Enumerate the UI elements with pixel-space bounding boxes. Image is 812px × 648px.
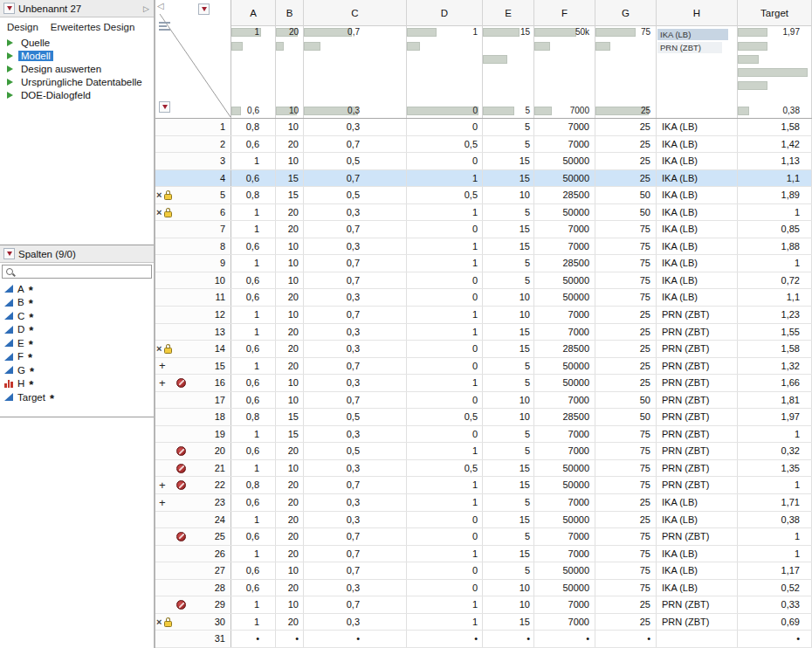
cell-c-row30[interactable]: 0,3: [304, 614, 407, 631]
cell-d-row28[interactable]: 0: [407, 580, 483, 596]
cell-e-row29[interactable]: 10: [483, 596, 534, 613]
table-row[interactable]: +160,6100,3155000025PRN (ZBT)1,66: [155, 375, 812, 392]
cell-c-row14[interactable]: 0,3: [304, 341, 407, 357]
cell-g-row15[interactable]: 25: [595, 358, 657, 375]
row-header[interactable]: ×14: [155, 341, 231, 357]
cell-e-row17[interactable]: 10: [483, 392, 534, 409]
column-histogram-d[interactable]: 10: [407, 26, 482, 118]
cell-target-row1[interactable]: 1,58: [738, 119, 812, 135]
cell-target-row24[interactable]: 0,38: [738, 512, 812, 528]
row-header[interactable]: 25: [155, 528, 231, 545]
columns-red-triangle-icon[interactable]: [3, 248, 15, 259]
cell-f-row5[interactable]: 28500: [534, 187, 595, 203]
cell-a-row14[interactable]: 0,6: [231, 341, 276, 357]
table-row[interactable]: 291100,7110700025PRN (ZBT)0,33: [155, 596, 812, 614]
cell-g-row5[interactable]: 50: [595, 187, 657, 203]
cell-f-row20[interactable]: 7000: [534, 443, 595, 459]
cell-c-row25[interactable]: 0,7: [304, 528, 407, 545]
cell-f-row24[interactable]: 50000: [534, 512, 595, 528]
table-row[interactable]: 241200,30155000025IKA (LB)0,38: [155, 512, 812, 529]
cell-b-row21[interactable]: 10: [276, 460, 304, 477]
column-header-b[interactable]: B: [276, 0, 303, 26]
cell-a-row6[interactable]: 1: [231, 204, 276, 221]
cell-c-row23[interactable]: 0,3: [304, 494, 407, 511]
cell-target-row21[interactable]: 1,35: [738, 460, 812, 477]
cell-c-row2[interactable]: 0,7: [304, 136, 407, 153]
cell-f-row19[interactable]: 7000: [534, 426, 595, 443]
column-header-a[interactable]: A: [231, 0, 275, 26]
column-histogram-g[interactable]: 7525: [595, 26, 656, 118]
table-row[interactable]: 31100,50155000025IKA (LB)1,13: [155, 153, 812, 170]
table-row[interactable]: 250,6200,705700075PRN (ZBT)1: [155, 528, 812, 546]
cell-f-row22[interactable]: 50000: [534, 477, 595, 493]
cell-c-row9[interactable]: 0,7: [304, 255, 407, 272]
cell-h-row20[interactable]: PRN (ZBT): [657, 443, 738, 459]
cell-b-row19[interactable]: 15: [276, 426, 304, 443]
cell-d-row31[interactable]: •: [407, 631, 483, 647]
cell-e-row23[interactable]: 5: [483, 494, 534, 511]
cell-target-row27[interactable]: 1,17: [738, 562, 812, 579]
cell-h-row31[interactable]: [657, 631, 738, 647]
cell-f-row12[interactable]: 7000: [534, 307, 595, 323]
cell-e-row15[interactable]: 5: [483, 358, 534, 375]
cell-c-row11[interactable]: 0,3: [304, 289, 407, 306]
cell-b-row23[interactable]: 20: [276, 494, 304, 511]
row-header[interactable]: 21: [155, 460, 231, 477]
cell-f-row2[interactable]: 7000: [534, 136, 595, 153]
row-header[interactable]: 13: [155, 324, 231, 341]
cell-d-row5[interactable]: 0,5: [407, 187, 483, 203]
column-header-c[interactable]: C: [304, 0, 406, 26]
cell-target-row16[interactable]: 1,66: [738, 375, 812, 391]
cell-g-row22[interactable]: 75: [595, 477, 657, 493]
row-header[interactable]: 10: [155, 272, 231, 289]
cell-f-row4[interactable]: 50000: [534, 170, 595, 187]
cell-target-row26[interactable]: 1: [738, 546, 812, 562]
cell-f-row31[interactable]: •: [534, 631, 595, 647]
cell-e-row14[interactable]: 15: [483, 341, 534, 357]
cell-h-row14[interactable]: PRN (ZBT): [657, 341, 738, 357]
table-row[interactable]: 200,6200,515700075PRN (ZBT)0,32: [155, 443, 812, 460]
cell-d-row1[interactable]: 0: [407, 119, 483, 135]
cell-h-row21[interactable]: PRN (ZBT): [657, 460, 738, 477]
cell-a-row17[interactable]: 0,6: [231, 392, 276, 409]
cell-f-row26[interactable]: 7000: [534, 546, 595, 562]
table-row[interactable]: 191150,305700075PRN (ZBT)1: [155, 426, 812, 444]
cell-g-row3[interactable]: 25: [595, 153, 657, 169]
row-header[interactable]: 26: [155, 546, 231, 562]
cell-c-row6[interactable]: 0,3: [304, 204, 407, 221]
row-header[interactable]: +22: [155, 477, 231, 493]
cell-b-row8[interactable]: 10: [276, 238, 304, 255]
cell-e-row16[interactable]: 5: [483, 375, 534, 391]
table-row[interactable]: 20,6200,70,55700025IKA (LB)1,42: [155, 136, 812, 154]
cell-target-row20[interactable]: 0,32: [738, 443, 812, 459]
cell-a-row20[interactable]: 0,6: [231, 443, 276, 459]
cell-b-row6[interactable]: 20: [276, 204, 304, 221]
cell-d-row20[interactable]: 1: [407, 443, 483, 459]
cell-target-row17[interactable]: 1,81: [738, 392, 812, 409]
cell-g-row29[interactable]: 25: [595, 596, 657, 613]
table-row[interactable]: 31••••••••: [155, 631, 812, 648]
sidebar-item-urspr-ngliche-datentabelle[interactable]: Ursprüngliche Datentabelle: [0, 75, 154, 88]
cell-d-row12[interactable]: 1: [407, 307, 483, 323]
cell-c-row10[interactable]: 0,7: [304, 272, 407, 289]
cell-d-row4[interactable]: 1: [407, 170, 483, 187]
cell-e-row8[interactable]: 15: [483, 238, 534, 255]
cell-d-row23[interactable]: 1: [407, 494, 483, 511]
row-header[interactable]: 31: [155, 631, 231, 647]
cell-h-row11[interactable]: IKA (LB): [657, 289, 738, 306]
cell-a-row2[interactable]: 0,6: [231, 136, 276, 153]
cell-g-row27[interactable]: 75: [595, 562, 657, 579]
cell-a-row9[interactable]: 1: [231, 255, 276, 272]
row-header[interactable]: 12: [155, 307, 231, 323]
cell-b-row24[interactable]: 20: [276, 512, 304, 528]
sidebar-collapse-icon[interactable]: ◁: [157, 1, 164, 10]
cell-e-row12[interactable]: 10: [483, 307, 534, 323]
cell-d-row30[interactable]: 1: [407, 614, 483, 631]
columns-search[interactable]: [2, 265, 152, 279]
cell-e-row28[interactable]: 10: [483, 580, 534, 596]
column-header-e[interactable]: E: [483, 0, 533, 26]
cell-g-row25[interactable]: 75: [595, 528, 657, 545]
cell-target-row25[interactable]: 1: [738, 528, 812, 545]
cell-c-row4[interactable]: 0,7: [304, 170, 407, 187]
cell-e-row31[interactable]: •: [483, 631, 534, 647]
